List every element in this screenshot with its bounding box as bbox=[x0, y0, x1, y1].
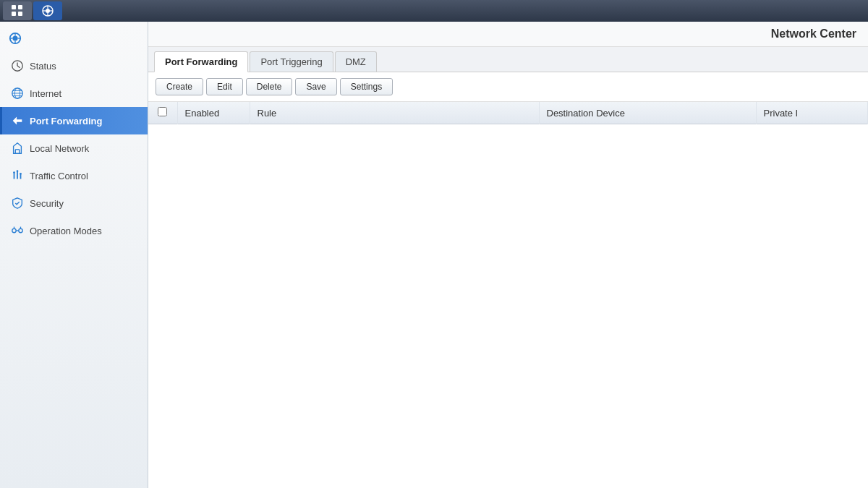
sidebar-item-status-label: Status bbox=[30, 61, 56, 72]
col-checkbox bbox=[148, 102, 177, 124]
sidebar-logo-icon bbox=[9, 32, 22, 45]
sidebar-item-local-network-label: Local Network bbox=[30, 143, 89, 154]
page-title: Network Center bbox=[771, 27, 856, 40]
svg-marker-24 bbox=[13, 117, 22, 125]
col-destination: Destination Device bbox=[539, 102, 756, 124]
local-network-icon bbox=[11, 142, 24, 155]
svg-rect-1 bbox=[18, 5, 22, 9]
svg-rect-0 bbox=[12, 5, 16, 9]
svg-point-33 bbox=[20, 173, 22, 175]
settings-button[interactable]: Settings bbox=[340, 78, 393, 95]
content-header: Network Center bbox=[148, 22, 868, 47]
sidebar-item-security[interactable]: Security bbox=[0, 189, 148, 217]
svg-rect-3 bbox=[18, 12, 22, 16]
sidebar-item-internet-label: Internet bbox=[30, 88, 61, 99]
apps-button[interactable] bbox=[3, 1, 32, 20]
edit-button[interactable]: Edit bbox=[206, 78, 243, 95]
network-icon bbox=[41, 4, 54, 17]
traffic-control-icon bbox=[11, 169, 24, 182]
sidebar-item-operation-modes-label: Operation Modes bbox=[30, 226, 102, 236]
sidebar-item-traffic-control[interactable]: Traffic Control bbox=[0, 162, 148, 189]
col-private: Private I bbox=[756, 102, 868, 124]
port-forwarding-icon bbox=[11, 114, 24, 127]
svg-point-35 bbox=[19, 228, 22, 232]
main-content: Network Center Port Forwarding Port Trig… bbox=[148, 22, 868, 488]
table-container: Enabled Rule Destination Device Private … bbox=[148, 102, 868, 488]
svg-line-18 bbox=[17, 66, 20, 68]
internet-icon bbox=[11, 87, 24, 100]
select-all-checkbox[interactable] bbox=[158, 107, 167, 116]
apps-icon bbox=[11, 4, 24, 17]
table-header-row: Enabled Rule Destination Device Private … bbox=[148, 102, 868, 124]
svg-point-32 bbox=[17, 170, 19, 172]
sidebar-item-traffic-control-label: Traffic Control bbox=[30, 171, 88, 181]
network-center-button[interactable] bbox=[33, 1, 62, 20]
tab-port-forwarding[interactable]: Port Forwarding bbox=[154, 51, 248, 72]
svg-point-11 bbox=[12, 35, 17, 40]
operation-modes-icon bbox=[11, 224, 24, 237]
svg-point-5 bbox=[46, 9, 50, 13]
save-button[interactable]: Save bbox=[295, 78, 336, 95]
create-button[interactable]: Create bbox=[156, 78, 203, 95]
topbar bbox=[0, 0, 868, 22]
tab-port-triggering[interactable]: Port Triggering bbox=[250, 51, 333, 72]
sidebar-item-status[interactable]: Status bbox=[0, 52, 148, 80]
sidebar-item-security-label: Security bbox=[30, 198, 64, 209]
sidebar-item-operation-modes[interactable]: Operation Modes bbox=[0, 217, 148, 244]
col-enabled: Enabled bbox=[177, 102, 250, 124]
sidebar-item-port-forwarding-label: Port Forwarding bbox=[30, 116, 102, 127]
port-forwarding-table: Enabled Rule Destination Device Private … bbox=[148, 102, 868, 124]
sidebar-item-port-forwarding[interactable]: Port Forwarding bbox=[0, 107, 148, 134]
svg-rect-2 bbox=[12, 12, 16, 16]
main-layout: Status Internet Port Forwarding bbox=[0, 22, 868, 488]
sidebar-logo bbox=[0, 27, 148, 52]
svg-point-34 bbox=[12, 228, 16, 232]
svg-point-31 bbox=[13, 171, 15, 174]
sidebar-item-local-network[interactable]: Local Network bbox=[0, 134, 148, 162]
delete-button[interactable]: Delete bbox=[246, 78, 293, 95]
toolbar: Create Edit Delete Save Settings bbox=[148, 72, 868, 102]
tabs-bar: Port Forwarding Port Triggering DMZ bbox=[148, 47, 868, 72]
security-icon bbox=[11, 197, 24, 210]
clock-icon bbox=[11, 59, 24, 72]
sidebar: Status Internet Port Forwarding bbox=[0, 22, 148, 488]
sidebar-item-internet[interactable]: Internet bbox=[0, 80, 148, 107]
tab-dmz[interactable]: DMZ bbox=[335, 51, 377, 72]
col-rule: Rule bbox=[250, 102, 539, 124]
